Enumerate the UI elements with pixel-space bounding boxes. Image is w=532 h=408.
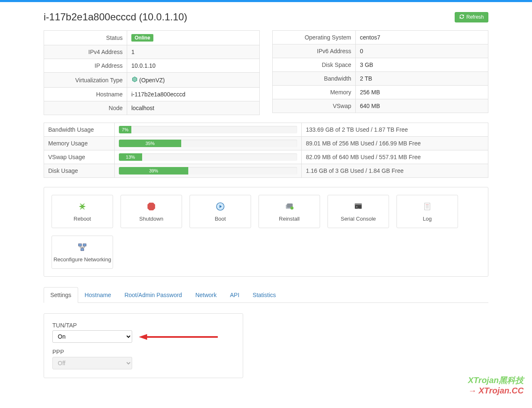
node-label: Node — [44, 101, 127, 115]
refresh-label: Refresh — [466, 14, 484, 20]
boot-button[interactable]: Boot — [190, 195, 251, 228]
ppp-label: PPP — [52, 349, 234, 355]
bw-value: 2 TB — [356, 72, 488, 86]
settings-panel: TUN/TAP On PPP Off — [44, 313, 243, 378]
usage-bar: 35% — [119, 140, 181, 147]
usage-bar: 39% — [119, 167, 188, 175]
mem-label: Memory — [273, 86, 356, 99]
page-title: i-117b2e1a800ecccd (10.0.1.10) — [44, 11, 187, 23]
reinstall-label: Reinstall — [279, 216, 300, 222]
reconfigure-networking-button[interactable]: Reconfigure Networking — [52, 236, 113, 269]
reboot-button[interactable]: Reboot — [52, 195, 113, 228]
ip-label: IP Address — [44, 59, 127, 73]
actions-panel: Reboot Shutdown Boot Reinstall — [44, 187, 488, 277]
svg-marker-0 — [148, 202, 155, 210]
shutdown-button[interactable]: Shutdown — [121, 195, 182, 228]
os-label: Operating System — [273, 31, 356, 44]
shutdown-label: Shutdown — [139, 216, 163, 222]
vswap-label: VSwap — [273, 99, 356, 113]
tabs-nav: Settings Hostname Root/Admin Password Ne… — [44, 287, 488, 303]
tuntap-label: TUN/TAP — [52, 322, 234, 329]
usage-row: Bandwidth Usage7%133.69 GB of 2 TB Used … — [44, 123, 488, 137]
svg-rect-7 — [355, 203, 362, 205]
usage-bar: 13% — [119, 153, 142, 161]
ipv4-value: 1 — [127, 45, 260, 59]
usage-bar-cell: 7% — [115, 123, 302, 137]
tab-rootpw[interactable]: Root/Admin Password — [118, 287, 189, 303]
usage-label: Disk Usage — [44, 164, 115, 178]
usage-text: 89.01 MB of 256 MB Used / 166.99 MB Free — [302, 137, 488, 150]
ipv4-label: IPv4 Address — [44, 45, 127, 59]
svg-rect-15 — [83, 243, 86, 246]
reinstall-button[interactable]: Reinstall — [259, 195, 320, 228]
info-table-left: Status Online IPv4 Address 1 IP Address … — [44, 30, 260, 115]
serial-label: Serial Console — [341, 216, 376, 222]
boot-icon — [215, 202, 225, 211]
usage-row: Memory Usage35%89.01 MB of 256 MB Used /… — [44, 137, 488, 150]
usage-bar-cell: 13% — [115, 150, 302, 164]
network-icon — [77, 242, 87, 252]
virt-value: (OpenVZ) — [139, 77, 165, 84]
ipv6-value: 0 — [356, 44, 488, 58]
shutdown-icon — [146, 202, 156, 211]
disk-label: Disk Space — [273, 58, 356, 72]
ipv6-label: IPv6 Address — [273, 44, 356, 58]
ip-value: 10.0.1.10 — [127, 59, 260, 73]
hostname-value: i-117b2e1a800ecccd — [127, 88, 260, 101]
os-value: centos7 — [356, 31, 488, 44]
usage-bar: 7% — [119, 126, 131, 133]
usage-text: 1.16 GB of 3 GB Used / 1.84 GB Free — [302, 164, 488, 178]
svg-rect-9 — [425, 203, 430, 210]
usage-label: Bandwidth Usage — [44, 123, 115, 137]
tuntap-select[interactable]: On — [52, 330, 132, 343]
reinstall-icon — [284, 202, 294, 211]
status-badge: Online — [131, 34, 153, 42]
disk-value: 3 GB — [356, 58, 488, 72]
hostname-label: Hostname — [44, 88, 127, 101]
refresh-icon — [459, 14, 464, 20]
usage-row: Disk Usage39%1.16 GB of 3 GB Used / 1.84… — [44, 164, 488, 178]
log-button[interactable]: Log — [397, 195, 458, 228]
terminal-icon: >_ — [353, 202, 363, 211]
usage-text: 82.09 MB of 640 MB Used / 557.91 MB Free — [302, 150, 488, 164]
usage-text: 133.69 GB of 2 TB Used / 1.87 TB Free — [302, 123, 488, 137]
info-table-right: Operating System centos7 IPv6 Address 0 … — [272, 30, 488, 113]
mem-value: 256 MB — [356, 86, 488, 99]
ppp-select: Off — [52, 357, 132, 369]
reconfig-label: Reconfigure Networking — [54, 256, 111, 263]
tab-network[interactable]: Network — [189, 287, 223, 303]
svg-text:>_: >_ — [356, 205, 360, 208]
reboot-icon — [77, 202, 87, 211]
tab-statistics[interactable]: Statistics — [246, 287, 283, 303]
tab-settings[interactable]: Settings — [44, 287, 78, 303]
log-label: Log — [423, 216, 432, 222]
svg-rect-16 — [81, 248, 84, 251]
svg-rect-14 — [79, 243, 81, 246]
log-icon — [422, 202, 432, 211]
usage-row: VSwap Usage13%82.09 MB of 640 MB Used / … — [44, 150, 488, 164]
refresh-button[interactable]: Refresh — [455, 12, 488, 22]
svg-point-5 — [291, 206, 293, 209]
svg-marker-18 — [139, 334, 147, 340]
vswap-value: 640 MB — [356, 99, 488, 113]
usage-bar-cell: 35% — [115, 137, 302, 150]
reboot-label: Reboot — [74, 216, 91, 222]
usage-table: Bandwidth Usage7%133.69 GB of 2 TB Used … — [44, 123, 488, 178]
tab-api[interactable]: API — [223, 287, 246, 303]
serial-console-button[interactable]: >_ Serial Console — [328, 195, 389, 228]
openvz-icon — [131, 76, 138, 84]
top-accent-bar — [0, 0, 532, 2]
annotation-arrow — [139, 333, 218, 341]
usage-label: Memory Usage — [44, 137, 115, 150]
boot-label: Boot — [215, 216, 226, 222]
virt-label: Virtualization Type — [44, 73, 127, 88]
status-label: Status — [44, 31, 127, 45]
usage-label: VSwap Usage — [44, 150, 115, 164]
tab-hostname[interactable]: Hostname — [78, 287, 118, 303]
bw-label: Bandwidth — [273, 72, 356, 86]
node-value: localhost — [127, 101, 260, 115]
usage-bar-cell: 39% — [115, 164, 302, 178]
